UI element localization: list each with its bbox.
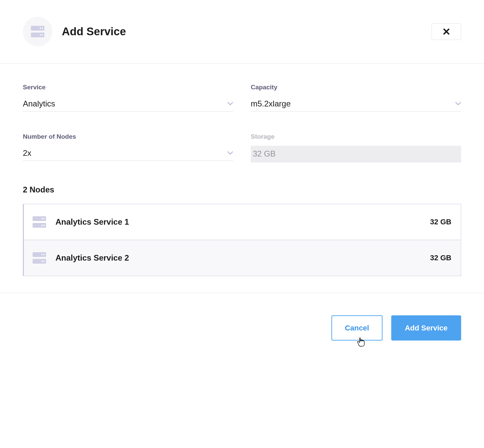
add-service-button[interactable]: Add Service xyxy=(391,315,461,341)
node-size: 32 GB xyxy=(430,254,451,262)
chevron-down-icon xyxy=(227,151,233,155)
service-field: Service Analytics xyxy=(23,84,233,111)
node-size: 32 GB xyxy=(430,218,451,226)
header-left: Add Service xyxy=(23,17,126,46)
server-icon xyxy=(33,252,46,264)
service-select[interactable]: Analytics xyxy=(23,96,233,111)
capacity-select[interactable]: m5.2xlarge xyxy=(251,96,461,111)
capacity-field: Capacity m5.2xlarge xyxy=(251,84,461,111)
svg-point-1 xyxy=(40,28,41,29)
svg-point-17 xyxy=(43,261,45,262)
storage-label: Storage xyxy=(251,133,461,140)
node-left: Analytics Service 1 xyxy=(33,216,129,228)
svg-point-14 xyxy=(43,254,45,255)
server-icon-circle xyxy=(23,17,52,46)
service-label: Service xyxy=(23,84,233,91)
svg-point-11 xyxy=(43,225,45,226)
node-name: Analytics Service 2 xyxy=(55,253,129,263)
chevron-down-icon xyxy=(455,102,461,106)
svg-point-13 xyxy=(41,254,43,255)
service-value: Analytics xyxy=(23,99,55,108)
server-icon xyxy=(33,216,46,228)
chevron-down-icon xyxy=(227,102,233,106)
svg-point-4 xyxy=(40,34,41,36)
capacity-value: m5.2xlarge xyxy=(251,99,291,108)
nodes-header: 2 Nodes xyxy=(23,185,461,194)
nodes-list: Analytics Service 1 32 GB Analytics Serv… xyxy=(23,204,461,276)
storage-field: Storage xyxy=(251,133,461,162)
cancel-button[interactable]: Cancel xyxy=(331,315,382,341)
close-icon xyxy=(443,28,450,35)
modal-body: Service Analytics Capacity m5.2xlarge Nu… xyxy=(0,63,484,276)
node-left: Analytics Service 2 xyxy=(33,252,129,264)
nodes-count-label: Number of Nodes xyxy=(23,133,233,140)
svg-point-5 xyxy=(42,34,43,36)
node-row: Analytics Service 2 32 GB xyxy=(24,240,461,276)
svg-point-2 xyxy=(42,28,43,29)
nodes-count-field: Number of Nodes 2x xyxy=(23,133,233,162)
server-icon xyxy=(31,26,44,37)
svg-point-16 xyxy=(41,261,43,262)
storage-input xyxy=(251,146,461,162)
nodes-count-value: 2x xyxy=(23,148,31,158)
close-button[interactable] xyxy=(432,23,461,40)
node-row: Analytics Service 1 32 GB xyxy=(24,204,461,240)
svg-point-8 xyxy=(43,218,45,219)
capacity-label: Capacity xyxy=(251,84,461,91)
svg-point-10 xyxy=(41,225,43,226)
page-title: Add Service xyxy=(62,25,126,38)
cursor-pointer-icon xyxy=(357,338,365,347)
modal-footer: Cancel Add Service xyxy=(0,293,484,341)
modal-header: Add Service xyxy=(0,0,484,63)
form-grid: Service Analytics Capacity m5.2xlarge Nu… xyxy=(23,84,461,162)
nodes-count-select[interactable]: 2x xyxy=(23,146,233,161)
node-name: Analytics Service 1 xyxy=(55,217,129,227)
svg-point-7 xyxy=(41,218,43,219)
